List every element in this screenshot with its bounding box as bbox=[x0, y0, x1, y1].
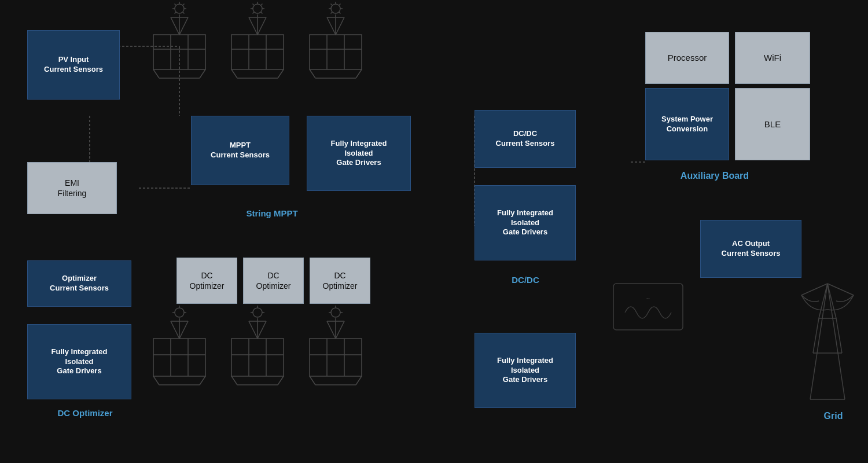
svg-point-31 bbox=[253, 4, 262, 13]
svg-line-101 bbox=[356, 376, 362, 385]
svg-line-66 bbox=[171, 321, 179, 339]
emi-filtering-label: EMI Filtering bbox=[58, 178, 87, 199]
svg-line-99 bbox=[336, 321, 344, 339]
svg-line-84 bbox=[231, 376, 237, 385]
svg-line-56 bbox=[331, 4, 333, 6]
svg-line-85 bbox=[278, 376, 284, 385]
dc-optimizer-1-block: DC Optimizer bbox=[176, 258, 237, 304]
svg-line-9 bbox=[200, 69, 205, 78]
dc-optimizer-2-block: DC Optimizer bbox=[243, 258, 304, 304]
processor-block: Processor bbox=[645, 32, 729, 84]
optimizer-current-block: Optimizer Current Sensors bbox=[27, 260, 131, 307]
svg-rect-20 bbox=[231, 35, 284, 69]
grid-label: Grid bbox=[810, 411, 856, 421]
svg-line-69 bbox=[200, 376, 205, 385]
svg-line-57 bbox=[339, 12, 341, 14]
wifi-label: WiFi bbox=[764, 52, 781, 64]
svg-line-47 bbox=[336, 17, 344, 35]
auxiliary-board-label: Auxiliary Board bbox=[657, 171, 773, 181]
svg-line-113 bbox=[819, 284, 827, 318]
system-power-block: System Power Conversion bbox=[645, 88, 729, 160]
svg-point-51 bbox=[331, 4, 340, 13]
svg-line-100 bbox=[310, 376, 315, 385]
svg-point-87 bbox=[253, 308, 262, 317]
dc-optimizer-1-label: DC Optimizer bbox=[190, 270, 225, 291]
dc-dc-gate1-label: Fully Integrated Isolated Gate Drivers bbox=[497, 208, 553, 238]
svg-line-68 bbox=[153, 376, 159, 385]
svg-line-48 bbox=[310, 69, 315, 78]
dc-optimizer-3-label: DC Optimizer bbox=[323, 270, 358, 291]
svg-line-118 bbox=[827, 284, 854, 295]
svg-line-37 bbox=[261, 12, 263, 14]
string-mppt-gate-block: Fully Integrated Isolated Gate Drivers bbox=[307, 116, 411, 191]
diagram: ~ PV Input Current Sensors EMI Filtering… bbox=[0, 0, 868, 463]
string-mppt-label: String MPPT bbox=[214, 208, 330, 218]
pv-input-label: PV Input Current Sensors bbox=[44, 55, 103, 75]
svg-line-67 bbox=[179, 321, 188, 339]
ac-output-block: AC Output Current Sensors bbox=[700, 220, 801, 278]
pv-input-block: PV Input Current Sensors bbox=[27, 30, 120, 100]
svg-line-8 bbox=[153, 69, 159, 78]
svg-line-6 bbox=[171, 17, 179, 35]
svg-rect-119 bbox=[613, 284, 683, 330]
svg-line-114 bbox=[827, 284, 836, 318]
svg-line-59 bbox=[339, 4, 341, 6]
svg-line-17 bbox=[183, 12, 185, 14]
emi-filtering-block: EMI Filtering bbox=[27, 162, 117, 214]
svg-rect-92 bbox=[310, 339, 362, 376]
svg-line-117 bbox=[801, 284, 827, 295]
dc-dc-current-block: DC/DC Current Sensors bbox=[475, 110, 576, 168]
dc-optimizer-label: DC Optimizer bbox=[27, 408, 143, 418]
system-power-label: System Power Conversion bbox=[661, 115, 713, 134]
svg-line-115 bbox=[813, 318, 819, 353]
svg-rect-0 bbox=[153, 35, 205, 69]
svg-line-36 bbox=[253, 4, 255, 6]
svg-rect-60 bbox=[153, 339, 205, 376]
svg-point-71 bbox=[175, 308, 184, 317]
svg-point-11 bbox=[175, 4, 184, 13]
svg-line-26 bbox=[249, 17, 258, 35]
optimizer-gate-label: Fully Integrated Isolated Gate Drivers bbox=[52, 347, 108, 377]
dc-dc-gate1-block: Fully Integrated Isolated Gate Drivers bbox=[475, 185, 576, 260]
optimizer-gate-block: Fully Integrated Isolated Gate Drivers bbox=[27, 324, 131, 399]
svg-line-39 bbox=[261, 4, 263, 6]
svg-line-28 bbox=[231, 69, 237, 78]
ble-block: BLE bbox=[735, 88, 810, 160]
svg-point-103 bbox=[331, 308, 340, 317]
wifi-block: WiFi bbox=[735, 32, 810, 84]
svg-line-18 bbox=[175, 12, 176, 14]
svg-line-109 bbox=[827, 284, 845, 399]
dc-dc-label: DC/DC bbox=[491, 275, 560, 285]
svg-line-82 bbox=[249, 321, 258, 339]
svg-line-58 bbox=[331, 12, 333, 14]
svg-line-108 bbox=[810, 284, 827, 399]
svg-line-116 bbox=[836, 318, 842, 353]
svg-line-19 bbox=[183, 4, 185, 6]
svg-line-98 bbox=[327, 321, 336, 339]
svg-line-27 bbox=[258, 17, 266, 35]
dc-dc-gate2-block: Fully Integrated Isolated Gate Drivers bbox=[475, 333, 576, 408]
mppt-current-label: MPPT Current Sensors bbox=[211, 141, 270, 160]
dc-dc-gate2-label: Fully Integrated Isolated Gate Drivers bbox=[497, 356, 553, 385]
svg-rect-40 bbox=[310, 35, 362, 69]
processor-label: Processor bbox=[668, 52, 707, 64]
svg-line-29 bbox=[278, 69, 284, 78]
svg-line-49 bbox=[356, 69, 362, 78]
mppt-current-block: MPPT Current Sensors bbox=[191, 116, 289, 185]
svg-line-46 bbox=[327, 17, 336, 35]
dc-optimizer-3-block: DC Optimizer bbox=[310, 258, 370, 304]
ac-output-label: AC Output Current Sensors bbox=[722, 239, 781, 259]
svg-rect-76 bbox=[231, 339, 284, 376]
string-mppt-gate-label: Fully Integrated Isolated Gate Drivers bbox=[331, 139, 387, 168]
svg-line-7 bbox=[179, 17, 188, 35]
optimizer-current-label: Optimizer Current Sensors bbox=[50, 274, 109, 293]
svg-line-38 bbox=[253, 12, 255, 14]
ble-label: BLE bbox=[764, 119, 781, 130]
svg-line-83 bbox=[258, 321, 266, 339]
svg-text:~: ~ bbox=[646, 295, 650, 302]
svg-line-16 bbox=[175, 4, 176, 6]
dc-optimizer-2-label: DC Optimizer bbox=[256, 270, 291, 291]
dc-dc-current-label: DC/DC Current Sensors bbox=[496, 129, 555, 149]
